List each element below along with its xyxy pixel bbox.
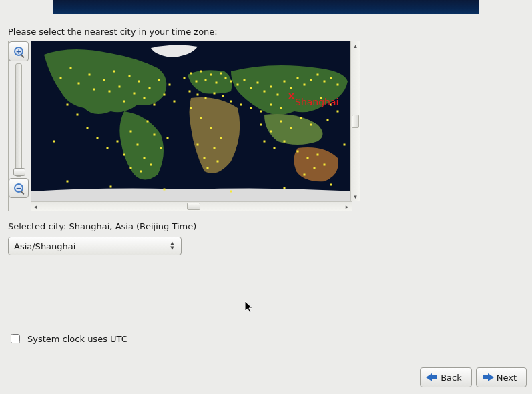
svg-rect-52 — [230, 101, 232, 103]
svg-rect-44 — [220, 73, 222, 75]
svg-rect-87 — [297, 151, 299, 153]
svg-rect-20 — [67, 104, 69, 106]
svg-rect-62 — [237, 84, 239, 86]
svg-rect-59 — [197, 144, 199, 146]
svg-rect-71 — [297, 77, 299, 79]
svg-rect-88 — [307, 157, 309, 159]
svg-rect-82 — [290, 127, 292, 129]
svg-rect-66 — [264, 91, 266, 93]
svg-rect-78 — [280, 107, 282, 109]
svg-rect-18 — [169, 84, 171, 86]
scroll-left-icon[interactable]: ◂ — [31, 203, 40, 210]
scroll-right-icon[interactable]: ▸ — [342, 203, 352, 210]
next-button[interactable]: Next — [476, 367, 527, 387]
svg-rect-47 — [189, 91, 191, 93]
svg-rect-24 — [107, 147, 109, 149]
svg-rect-42 — [210, 74, 212, 76]
svg-rect-80 — [270, 131, 272, 133]
svg-rect-93 — [317, 74, 319, 76]
timezone-combobox[interactable]: Asia/Shanghai ▲▼ — [8, 237, 182, 255]
svg-rect-35 — [140, 171, 142, 173]
svg-rect-57 — [214, 147, 216, 149]
svg-text:Shanghai: Shanghai — [295, 97, 338, 107]
svg-rect-79 — [260, 124, 262, 126]
svg-rect-26 — [123, 154, 125, 156]
selected-city-label: Selected city: Shanghai, Asia (Beijing T… — [8, 221, 524, 231]
svg-rect-49 — [205, 97, 207, 99]
svg-rect-90 — [314, 167, 316, 169]
hscroll-thumb[interactable] — [187, 203, 200, 210]
svg-rect-1 — [70, 67, 72, 69]
svg-rect-31 — [154, 134, 156, 136]
svg-rect-54 — [200, 117, 202, 119]
svg-rect-56 — [220, 137, 222, 139]
svg-rect-16 — [158, 79, 160, 81]
svg-rect-10 — [129, 75, 131, 77]
svg-rect-32 — [160, 147, 162, 149]
svg-rect-11 — [134, 93, 136, 95]
svg-rect-68 — [277, 94, 279, 96]
svg-rect-58 — [204, 157, 206, 159]
svg-rect-46 — [230, 81, 232, 83]
scroll-up-icon[interactable]: ▴ — [351, 41, 360, 51]
svg-rect-55 — [210, 127, 212, 129]
svg-rect-28 — [137, 144, 139, 146]
svg-rect-30 — [147, 121, 149, 123]
svg-rect-104 — [67, 181, 69, 183]
svg-rect-95 — [330, 77, 332, 79]
svg-rect-40 — [200, 71, 202, 73]
timezone-map-container: x Shanghai ▴ ▾ ◂ ▸ — [8, 41, 360, 211]
svg-rect-91 — [324, 164, 326, 166]
svg-rect-33 — [167, 137, 169, 139]
zoom-slider-thumb[interactable] — [13, 168, 25, 176]
svg-rect-105 — [110, 186, 112, 188]
zoom-in-button[interactable] — [9, 41, 29, 61]
svg-rect-65 — [257, 82, 259, 84]
combobox-stepper-icon: ▲▼ — [168, 241, 177, 251]
utc-checkbox-label[interactable]: System clock uses UTC — [27, 334, 127, 344]
map-horizontal-scrollbar[interactable]: ◂ ▸ — [31, 201, 352, 211]
map-vertical-scrollbar[interactable]: ▴ ▾ — [350, 41, 360, 201]
vscroll-thumb[interactable] — [352, 115, 359, 128]
svg-rect-12 — [138, 81, 140, 83]
svg-text:x: x — [288, 90, 294, 101]
header-banner — [53, 0, 479, 14]
svg-rect-107 — [230, 191, 232, 193]
svg-rect-61 — [217, 161, 219, 163]
svg-rect-64 — [250, 87, 252, 89]
svg-rect-14 — [149, 87, 151, 89]
svg-rect-37 — [184, 77, 186, 79]
zoom-out-button[interactable] — [9, 178, 29, 198]
svg-rect-53 — [190, 107, 192, 109]
svg-rect-70 — [290, 87, 292, 89]
svg-rect-39 — [196, 81, 198, 83]
svg-rect-8 — [119, 86, 121, 88]
svg-rect-67 — [270, 86, 272, 88]
utc-checkbox[interactable] — [11, 334, 20, 343]
svg-rect-89 — [317, 154, 319, 156]
back-arrow-icon — [426, 373, 438, 382]
svg-rect-72 — [304, 84, 306, 86]
svg-rect-69 — [284, 81, 286, 83]
svg-rect-99 — [337, 111, 339, 113]
svg-rect-108 — [284, 187, 286, 189]
svg-rect-75 — [250, 107, 252, 109]
world-map[interactable]: x Shanghai — [31, 41, 352, 201]
next-button-label: Next — [497, 373, 517, 383]
timezone-prompt-label: Please select the nearest city in your t… — [8, 27, 524, 37]
svg-rect-2 — [78, 83, 80, 85]
svg-rect-6 — [109, 91, 111, 93]
back-button[interactable]: Back — [420, 367, 472, 387]
svg-rect-43 — [216, 82, 218, 84]
svg-rect-109 — [330, 184, 332, 186]
svg-rect-103 — [344, 144, 346, 146]
svg-rect-4 — [93, 89, 95, 91]
svg-rect-25 — [117, 141, 119, 143]
svg-rect-27 — [130, 131, 132, 133]
svg-rect-74 — [240, 104, 242, 106]
svg-rect-41 — [205, 79, 207, 81]
scroll-down-icon[interactable]: ▾ — [351, 192, 360, 201]
svg-rect-100 — [327, 119, 329, 121]
svg-rect-48 — [197, 94, 199, 96]
zoom-slider-track[interactable] — [15, 63, 22, 177]
